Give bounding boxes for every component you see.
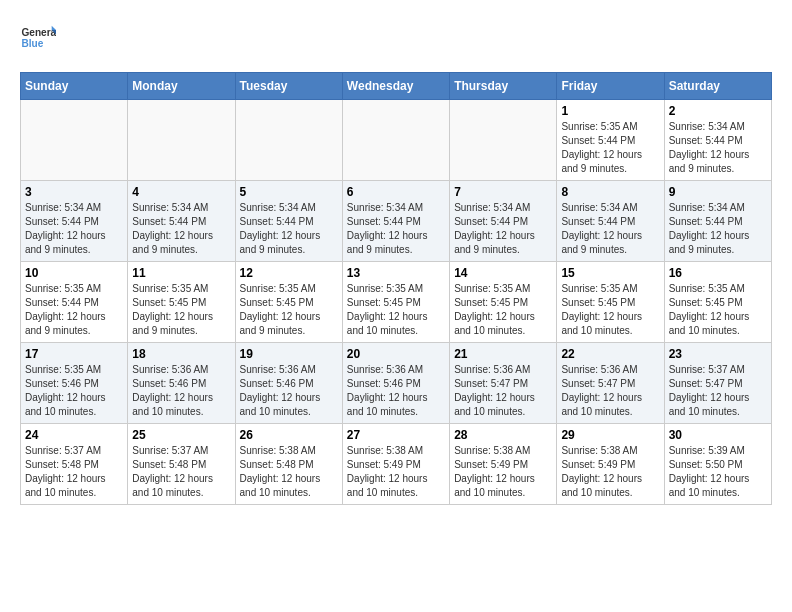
calendar-day-cell: 4Sunrise: 5:34 AM Sunset: 5:44 PM Daylig… [128, 181, 235, 262]
day-info: Sunrise: 5:37 AM Sunset: 5:48 PM Dayligh… [132, 444, 230, 500]
day-number: 22 [561, 347, 659, 361]
day-number: 28 [454, 428, 552, 442]
day-of-week-header: Thursday [450, 73, 557, 100]
calendar-day-cell: 23Sunrise: 5:37 AM Sunset: 5:47 PM Dayli… [664, 343, 771, 424]
day-info: Sunrise: 5:37 AM Sunset: 5:48 PM Dayligh… [25, 444, 123, 500]
calendar-day-cell: 26Sunrise: 5:38 AM Sunset: 5:48 PM Dayli… [235, 424, 342, 505]
day-info: Sunrise: 5:35 AM Sunset: 5:44 PM Dayligh… [561, 120, 659, 176]
calendar-day-cell: 1Sunrise: 5:35 AM Sunset: 5:44 PM Daylig… [557, 100, 664, 181]
day-number: 6 [347, 185, 445, 199]
day-info: Sunrise: 5:35 AM Sunset: 5:45 PM Dayligh… [240, 282, 338, 338]
day-info: Sunrise: 5:36 AM Sunset: 5:46 PM Dayligh… [347, 363, 445, 419]
calendar-day-cell: 17Sunrise: 5:35 AM Sunset: 5:46 PM Dayli… [21, 343, 128, 424]
calendar-day-cell [342, 100, 449, 181]
day-number: 4 [132, 185, 230, 199]
day-number: 5 [240, 185, 338, 199]
calendar-day-cell: 2Sunrise: 5:34 AM Sunset: 5:44 PM Daylig… [664, 100, 771, 181]
day-number: 12 [240, 266, 338, 280]
day-of-week-header: Saturday [664, 73, 771, 100]
svg-text:Blue: Blue [21, 38, 43, 49]
day-info: Sunrise: 5:34 AM Sunset: 5:44 PM Dayligh… [25, 201, 123, 257]
calendar-day-cell: 8Sunrise: 5:34 AM Sunset: 5:44 PM Daylig… [557, 181, 664, 262]
calendar-day-cell: 6Sunrise: 5:34 AM Sunset: 5:44 PM Daylig… [342, 181, 449, 262]
day-number: 29 [561, 428, 659, 442]
day-number: 27 [347, 428, 445, 442]
calendar-day-cell: 9Sunrise: 5:34 AM Sunset: 5:44 PM Daylig… [664, 181, 771, 262]
day-info: Sunrise: 5:37 AM Sunset: 5:47 PM Dayligh… [669, 363, 767, 419]
day-of-week-header: Tuesday [235, 73, 342, 100]
calendar-header-row: SundayMondayTuesdayWednesdayThursdayFrid… [21, 73, 772, 100]
logo: General Blue [20, 20, 56, 56]
calendar-week-row: 17Sunrise: 5:35 AM Sunset: 5:46 PM Dayli… [21, 343, 772, 424]
calendar-week-row: 24Sunrise: 5:37 AM Sunset: 5:48 PM Dayli… [21, 424, 772, 505]
calendar-day-cell: 18Sunrise: 5:36 AM Sunset: 5:46 PM Dayli… [128, 343, 235, 424]
day-info: Sunrise: 5:36 AM Sunset: 5:46 PM Dayligh… [132, 363, 230, 419]
day-info: Sunrise: 5:36 AM Sunset: 5:47 PM Dayligh… [454, 363, 552, 419]
day-info: Sunrise: 5:34 AM Sunset: 5:44 PM Dayligh… [669, 120, 767, 176]
calendar-day-cell: 30Sunrise: 5:39 AM Sunset: 5:50 PM Dayli… [664, 424, 771, 505]
day-info: Sunrise: 5:35 AM Sunset: 5:45 PM Dayligh… [454, 282, 552, 338]
day-number: 13 [347, 266, 445, 280]
page-header: General Blue [20, 20, 772, 56]
calendar-day-cell: 7Sunrise: 5:34 AM Sunset: 5:44 PM Daylig… [450, 181, 557, 262]
day-info: Sunrise: 5:35 AM Sunset: 5:46 PM Dayligh… [25, 363, 123, 419]
day-info: Sunrise: 5:35 AM Sunset: 5:45 PM Dayligh… [347, 282, 445, 338]
day-info: Sunrise: 5:35 AM Sunset: 5:45 PM Dayligh… [561, 282, 659, 338]
day-number: 1 [561, 104, 659, 118]
day-info: Sunrise: 5:38 AM Sunset: 5:49 PM Dayligh… [561, 444, 659, 500]
day-info: Sunrise: 5:34 AM Sunset: 5:44 PM Dayligh… [454, 201, 552, 257]
day-number: 26 [240, 428, 338, 442]
day-info: Sunrise: 5:34 AM Sunset: 5:44 PM Dayligh… [240, 201, 338, 257]
calendar-week-row: 3Sunrise: 5:34 AM Sunset: 5:44 PM Daylig… [21, 181, 772, 262]
day-number: 3 [25, 185, 123, 199]
day-number: 11 [132, 266, 230, 280]
day-number: 24 [25, 428, 123, 442]
calendar-day-cell: 22Sunrise: 5:36 AM Sunset: 5:47 PM Dayli… [557, 343, 664, 424]
logo-icon: General Blue [20, 20, 56, 56]
day-number: 30 [669, 428, 767, 442]
day-of-week-header: Sunday [21, 73, 128, 100]
day-info: Sunrise: 5:39 AM Sunset: 5:50 PM Dayligh… [669, 444, 767, 500]
day-info: Sunrise: 5:35 AM Sunset: 5:45 PM Dayligh… [669, 282, 767, 338]
day-number: 21 [454, 347, 552, 361]
calendar-day-cell: 12Sunrise: 5:35 AM Sunset: 5:45 PM Dayli… [235, 262, 342, 343]
calendar-table: SundayMondayTuesdayWednesdayThursdayFrid… [20, 72, 772, 505]
day-info: Sunrise: 5:34 AM Sunset: 5:44 PM Dayligh… [669, 201, 767, 257]
day-number: 16 [669, 266, 767, 280]
day-info: Sunrise: 5:35 AM Sunset: 5:44 PM Dayligh… [25, 282, 123, 338]
day-info: Sunrise: 5:35 AM Sunset: 5:45 PM Dayligh… [132, 282, 230, 338]
calendar-day-cell: 3Sunrise: 5:34 AM Sunset: 5:44 PM Daylig… [21, 181, 128, 262]
calendar-week-row: 10Sunrise: 5:35 AM Sunset: 5:44 PM Dayli… [21, 262, 772, 343]
day-info: Sunrise: 5:34 AM Sunset: 5:44 PM Dayligh… [561, 201, 659, 257]
day-of-week-header: Monday [128, 73, 235, 100]
day-number: 9 [669, 185, 767, 199]
calendar-day-cell: 21Sunrise: 5:36 AM Sunset: 5:47 PM Dayli… [450, 343, 557, 424]
day-number: 8 [561, 185, 659, 199]
calendar-day-cell: 14Sunrise: 5:35 AM Sunset: 5:45 PM Dayli… [450, 262, 557, 343]
calendar-day-cell: 13Sunrise: 5:35 AM Sunset: 5:45 PM Dayli… [342, 262, 449, 343]
day-number: 23 [669, 347, 767, 361]
calendar-day-cell: 27Sunrise: 5:38 AM Sunset: 5:49 PM Dayli… [342, 424, 449, 505]
day-number: 2 [669, 104, 767, 118]
day-info: Sunrise: 5:34 AM Sunset: 5:44 PM Dayligh… [132, 201, 230, 257]
day-number: 7 [454, 185, 552, 199]
svg-text:General: General [21, 27, 56, 38]
calendar-day-cell: 19Sunrise: 5:36 AM Sunset: 5:46 PM Dayli… [235, 343, 342, 424]
calendar-day-cell [235, 100, 342, 181]
calendar-day-cell [21, 100, 128, 181]
calendar-day-cell: 15Sunrise: 5:35 AM Sunset: 5:45 PM Dayli… [557, 262, 664, 343]
calendar-day-cell: 10Sunrise: 5:35 AM Sunset: 5:44 PM Dayli… [21, 262, 128, 343]
calendar-day-cell [128, 100, 235, 181]
calendar-day-cell: 5Sunrise: 5:34 AM Sunset: 5:44 PM Daylig… [235, 181, 342, 262]
day-number: 14 [454, 266, 552, 280]
calendar-day-cell: 11Sunrise: 5:35 AM Sunset: 5:45 PM Dayli… [128, 262, 235, 343]
day-number: 20 [347, 347, 445, 361]
day-of-week-header: Friday [557, 73, 664, 100]
day-number: 18 [132, 347, 230, 361]
day-info: Sunrise: 5:38 AM Sunset: 5:49 PM Dayligh… [347, 444, 445, 500]
calendar-day-cell: 16Sunrise: 5:35 AM Sunset: 5:45 PM Dayli… [664, 262, 771, 343]
calendar-week-row: 1Sunrise: 5:35 AM Sunset: 5:44 PM Daylig… [21, 100, 772, 181]
calendar-day-cell: 29Sunrise: 5:38 AM Sunset: 5:49 PM Dayli… [557, 424, 664, 505]
day-number: 15 [561, 266, 659, 280]
calendar-day-cell: 20Sunrise: 5:36 AM Sunset: 5:46 PM Dayli… [342, 343, 449, 424]
